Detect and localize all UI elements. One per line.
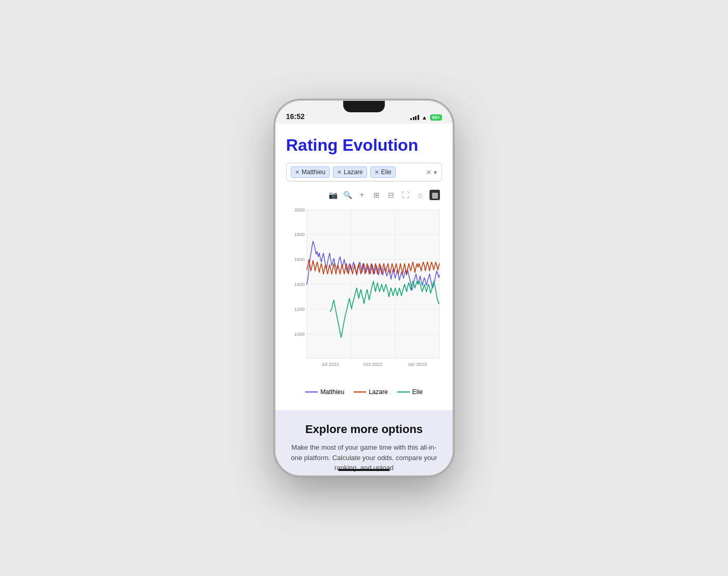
filter-tag-elie-label: Elie	[381, 168, 392, 176]
svg-text:1800: 1800	[294, 232, 305, 237]
elie-legend-label: Elie	[412, 388, 423, 396]
home-icon[interactable]: ⌂	[415, 190, 425, 200]
svg-text:Oct 2022: Oct 2022	[363, 362, 383, 367]
remove-lazare-icon[interactable]: ✕	[337, 169, 342, 176]
filter-row: ✕ Matthieu ✕ Lazare ✕ Elie ✕ ▾	[286, 163, 442, 181]
elie-legend-line	[397, 391, 410, 392]
chart-container: 2000 1800 1600 1400 1200 1000 Jul 2022 O…	[286, 202, 442, 379]
signal-icon	[410, 115, 419, 120]
home-indicator	[338, 469, 390, 471]
wifi-icon: ▲	[422, 114, 427, 121]
zoom-out-icon[interactable]: ⊟	[386, 190, 396, 200]
filter-tag-lazare-label: Lazare	[344, 168, 363, 176]
explore-section: Explore more options Make the most of yo…	[276, 410, 452, 475]
svg-text:1600: 1600	[294, 257, 305, 262]
chart-svg: 2000 1800 1600 1400 1200 1000 Jul 2022 O…	[286, 202, 442, 379]
explore-text: Make the most of your game time with thi…	[286, 442, 442, 473]
chart-toolbar: 📷 🔍 + ⊞ ⊟ ⛶ ⌂ ▦	[286, 190, 442, 200]
legend-elie: Elie	[397, 388, 423, 396]
svg-text:Jan 2023: Jan 2023	[407, 362, 426, 367]
filter-dropdown-button[interactable]: ▾	[434, 168, 437, 176]
remove-matthieu-icon[interactable]: ✕	[295, 169, 300, 176]
camera-icon[interactable]: 📷	[328, 190, 338, 200]
matthieu-legend-line	[305, 391, 318, 392]
zoom-icon[interactable]: 🔍	[342, 190, 353, 200]
notch-inner	[343, 101, 385, 112]
svg-text:1000: 1000	[294, 332, 305, 337]
legend-matthieu: Matthieu	[305, 388, 344, 396]
bar-chart-icon[interactable]: ▦	[430, 190, 440, 200]
phone-frame: 16:52 ▲ 96+ Rating Evolution ✕ Matthieu	[276, 101, 452, 475]
pan-icon[interactable]: +	[357, 190, 367, 200]
battery-indicator: 96+	[430, 114, 442, 121]
filter-clear-button[interactable]: ✕	[426, 168, 432, 176]
svg-text:1400: 1400	[294, 282, 305, 287]
notch	[333, 101, 395, 115]
matthieu-legend-label: Matthieu	[320, 388, 344, 396]
zoom-in-icon[interactable]: ⊞	[371, 190, 382, 200]
filter-tag-matthieu[interactable]: ✕ Matthieu	[291, 166, 330, 178]
main-section: Rating Evolution ✕ Matthieu ✕ Lazare ✕ E…	[276, 124, 452, 410]
svg-text:1200: 1200	[294, 307, 305, 312]
svg-text:Jul 2022: Jul 2022	[321, 362, 339, 367]
phone-content[interactable]: Rating Evolution ✕ Matthieu ✕ Lazare ✕ E…	[276, 124, 452, 475]
status-time: 16:52	[286, 112, 305, 121]
remove-elie-icon[interactable]: ✕	[374, 169, 379, 176]
svg-text:2000: 2000	[294, 207, 305, 213]
status-icons: ▲ 96+	[410, 114, 442, 121]
filter-tag-matthieu-label: Matthieu	[302, 168, 326, 176]
explore-title: Explore more options	[286, 423, 442, 436]
lazare-legend-label: Lazare	[369, 388, 388, 396]
filter-controls: ✕ ▾	[426, 168, 437, 176]
chart-legend: Matthieu Lazare Elie	[286, 384, 442, 400]
filter-tag-elie[interactable]: ✕ Elie	[370, 166, 396, 178]
fullscreen-icon[interactable]: ⛶	[400, 190, 411, 200]
page-title: Rating Evolution	[286, 136, 442, 154]
legend-lazare: Lazare	[354, 388, 388, 396]
filter-tag-lazare[interactable]: ✕ Lazare	[333, 166, 367, 178]
lazare-legend-line	[354, 391, 366, 392]
svg-rect-0	[307, 210, 439, 358]
